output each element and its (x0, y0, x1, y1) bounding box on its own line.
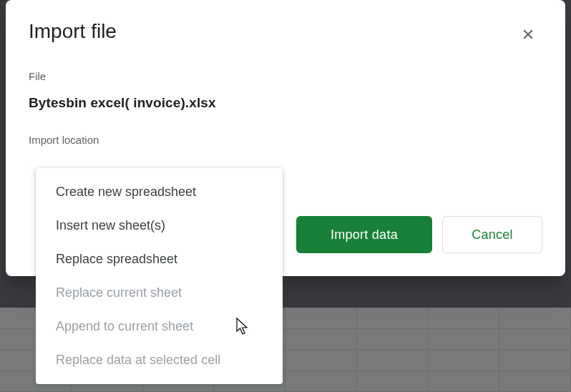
option-replace-current-sheet: Replace current sheet (36, 276, 283, 310)
dialog-title: Import file (29, 20, 117, 43)
import-data-button[interactable]: Import data (296, 216, 432, 253)
import-location-menu: Create new spreadsheet Insert new sheet(… (36, 168, 283, 384)
cancel-button[interactable]: Cancel (442, 216, 542, 253)
option-append-to-current-sheet: Append to current sheet (36, 310, 283, 343)
option-create-new-spreadsheet[interactable]: Create new spreadsheet (36, 175, 283, 209)
dialog-header: Import file (29, 20, 542, 49)
option-replace-spreadsheet[interactable]: Replace spreadsheet (36, 242, 283, 276)
import-location-label: Import location (29, 134, 542, 146)
option-insert-new-sheets[interactable]: Insert new sheet(s) (36, 209, 283, 242)
close-icon (521, 27, 535, 41)
file-name: Bytesbin excel( invoice).xlsx (29, 95, 542, 111)
file-label: File (29, 70, 542, 82)
option-replace-data-at-selected-cell: Replace data at selected cell (36, 343, 283, 377)
close-button[interactable] (514, 20, 542, 49)
